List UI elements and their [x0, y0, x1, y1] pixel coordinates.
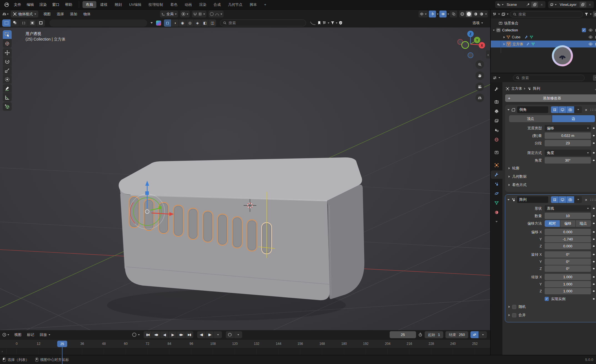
search-input[interactable]	[229, 21, 303, 25]
random-checkbox[interactable]	[512, 305, 516, 309]
tool-measure[interactable]	[3, 93, 12, 102]
addon-badge[interactable]	[552, 45, 573, 66]
breadcrumb-object[interactable]: 立方体	[511, 86, 522, 91]
frame-start-field[interactable]: 起始 1	[425, 331, 443, 338]
navigation-gizmo[interactable]: Z Y X	[455, 30, 486, 60]
select-mode-invert-button[interactable]	[28, 19, 36, 27]
menu-view[interactable]: 视图	[41, 11, 53, 17]
select-mode-intersect-button[interactable]	[37, 19, 45, 27]
frame-end-field[interactable]: 结束 250	[445, 331, 468, 338]
options-dropdown[interactable]: 选项	[472, 21, 488, 26]
tab-object-data[interactable]	[491, 199, 502, 207]
new-scene-button[interactable]	[531, 2, 538, 7]
bevel-geometry-subpanel[interactable]: 几何数据	[505, 172, 596, 181]
asset-color-icon[interactable]	[156, 21, 161, 26]
select-mode-set-button[interactable]	[2, 19, 11, 27]
camera-view-button[interactable]	[475, 82, 484, 91]
tab-rendering[interactable]: 渲染	[196, 1, 210, 8]
tab-sculpting[interactable]: 雕刻	[111, 1, 125, 8]
outliner-row-cube-cn[interactable]: 立方体	[491, 41, 596, 47]
animate-dot[interactable]	[591, 135, 596, 137]
tool-cursor[interactable]	[3, 39, 12, 48]
filter-mesh-toggle[interactable]: ◻	[164, 19, 171, 27]
new-viewlayer-button[interactable]	[580, 2, 586, 7]
outliner-display-mode-icon[interactable]	[493, 12, 497, 16]
tab-render[interactable]	[491, 98, 502, 106]
tab-output[interactable]	[491, 107, 502, 116]
tab-physics[interactable]	[491, 189, 502, 198]
playback-sync-dropdown[interactable]	[479, 331, 487, 338]
tool-scale[interactable]	[3, 66, 12, 75]
properties-search[interactable]	[513, 75, 585, 81]
proportional-edit-group[interactable]	[209, 11, 224, 17]
tool-annotate[interactable]	[3, 84, 12, 93]
curve-falloff-icon[interactable]	[310, 21, 316, 25]
menu-help[interactable]: 帮助	[62, 1, 75, 8]
timeline-tracks[interactable]: ›	[0, 348, 490, 355]
mode-selector[interactable]: 物体模式	[11, 11, 38, 17]
select-mode-extend-button[interactable]	[11, 19, 19, 27]
tab-scene[interactable]	[491, 126, 502, 134]
animate-dot[interactable]	[591, 276, 596, 278]
filter-funnel-icon[interactable]	[330, 21, 335, 25]
shading-rendered-button[interactable]	[479, 12, 484, 16]
outliner-row-cube[interactable]: Cube	[491, 34, 596, 41]
tool-move[interactable]	[3, 48, 12, 57]
snapping-group[interactable]	[192, 11, 206, 17]
tab-collection[interactable]	[491, 148, 502, 157]
array-name-field[interactable]: 阵列	[517, 196, 548, 203]
timeline-editor-icon[interactable]	[2, 333, 6, 337]
jump-to-start-button[interactable]: ▮◀	[144, 331, 152, 338]
bevel-affect-vertices[interactable]: 顶点	[509, 115, 552, 122]
proportional-edit-icon[interactable]	[210, 12, 214, 16]
bevel-extras-dropdown[interactable]	[574, 106, 582, 113]
auto-keying-dropdown[interactable]	[234, 331, 242, 338]
hide-eye-icon[interactable]	[589, 42, 593, 46]
chevron-down-icon[interactable]	[151, 22, 153, 24]
properties-search-input[interactable]	[522, 76, 582, 80]
menu-add[interactable]: 添加	[67, 11, 80, 17]
bevel-render-toggle[interactable]	[567, 106, 574, 113]
tool-add-cube[interactable]	[3, 102, 12, 111]
tab-rail-scroll-caret[interactable]	[495, 221, 498, 222]
hide-eye-icon[interactable]	[589, 28, 593, 32]
tab-view-layer[interactable]	[491, 117, 502, 125]
jump-to-end-button[interactable]: ▶▮	[185, 331, 193, 338]
tab-scripting[interactable]: 脚本	[246, 1, 260, 8]
transform-orientation-dropdown[interactable]: 全局	[160, 11, 178, 17]
step-forward-button[interactable]: ▮▶	[206, 331, 214, 338]
animate-dot[interactable]	[591, 290, 596, 292]
bevel-shading-subpanel[interactable]: 着色方式	[505, 181, 596, 189]
tab-geometry-nodes[interactable]: 几何节点	[225, 1, 246, 8]
expand-caret-icon[interactable]	[504, 43, 505, 45]
tab-uv-editing[interactable]: UV编辑	[126, 1, 145, 8]
track-expander[interactable]: ›	[2, 350, 3, 353]
tab-material[interactable]	[491, 208, 502, 217]
rotation-y-field[interactable]: 0°	[545, 258, 591, 265]
animate-dot[interactable]	[591, 245, 596, 247]
zoom-button[interactable]	[475, 60, 484, 69]
tab-particles[interactable]	[491, 180, 502, 188]
new-collection-button[interactable]	[593, 11, 596, 17]
array-extras-dropdown[interactable]	[574, 196, 582, 203]
bevel-realtime-toggle[interactable]	[559, 106, 566, 113]
outliner-filter-type-icon[interactable]	[501, 12, 505, 16]
segments-field[interactable]: 23	[545, 140, 591, 146]
drag-handle[interactable]	[590, 199, 596, 201]
array-realtime-toggle[interactable]	[559, 196, 566, 203]
play-button[interactable]: ▶	[169, 331, 177, 338]
tool-search[interactable]	[220, 19, 306, 26]
animate-dot[interactable]	[591, 152, 596, 154]
expand-caret-icon[interactable]	[493, 30, 495, 31]
tab-compositing[interactable]: 合成	[210, 1, 224, 8]
offset-y-field[interactable]: -1.740	[545, 236, 591, 242]
array-delete-button[interactable]: ×	[584, 197, 589, 202]
menu-object[interactable]: 物体	[81, 11, 93, 17]
animate-dot[interactable]	[591, 208, 596, 209]
viewlayer-name[interactable]: ViewLayer	[558, 2, 578, 7]
next-keyframe-button[interactable]: ◆▶	[177, 331, 185, 338]
scale-x-field[interactable]: 1.000	[545, 274, 591, 280]
shield-check-icon[interactable]	[339, 21, 343, 25]
bevel-name-field[interactable]: 倒角	[517, 106, 548, 113]
panel-collapse-caret[interactable]	[507, 109, 510, 111]
